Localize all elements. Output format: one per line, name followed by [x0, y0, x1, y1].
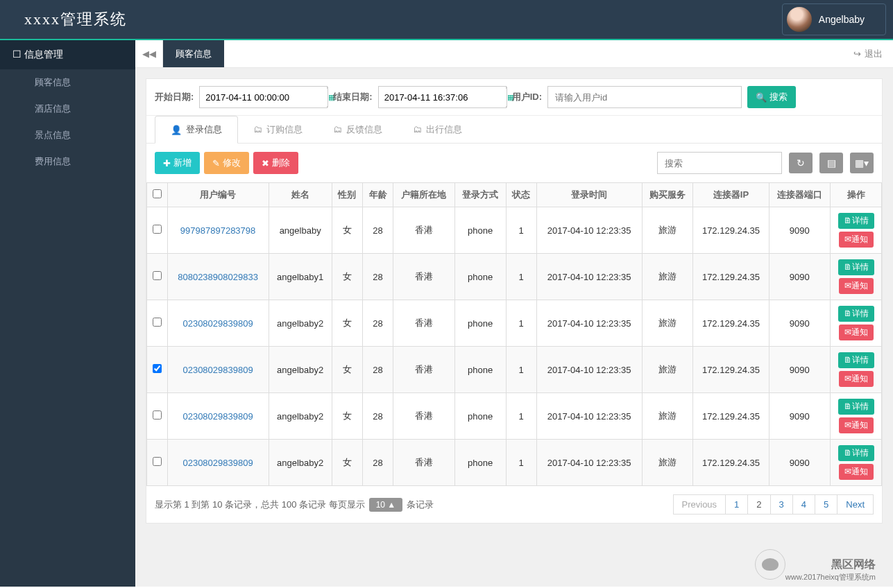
notify-button[interactable]: ✉通知: [839, 325, 874, 340]
view-icon[interactable]: ▦▾: [850, 153, 874, 173]
refresh-icon[interactable]: ↻: [789, 153, 813, 173]
pager-page[interactable]: 4: [792, 494, 815, 514]
notify-button[interactable]: ✉通知: [839, 232, 874, 248]
tab-travel-info[interactable]: 🗂 出行信息: [398, 116, 477, 143]
user-menu[interactable]: Angelbaby: [782, 3, 886, 35]
tab-login-info[interactable]: 👤 登录信息: [155, 116, 238, 144]
column-header[interactable]: 户籍所在地: [393, 183, 455, 207]
start-date-label: 开始日期:: [155, 91, 194, 103]
end-date-input[interactable]: ▦: [378, 86, 507, 108]
user-id-link[interactable]: 02308029839809: [182, 458, 253, 468]
table-row: 02308029839809 angelbaby2女28 香港phone1 20…: [147, 300, 882, 347]
sidebar-group-title[interactable]: ☐ 信息管理: [0, 40, 135, 69]
user-id-link[interactable]: 02308029839809: [182, 411, 253, 422]
table-row: 02308029839809 angelbaby2女28 香港phone1 20…: [147, 440, 882, 486]
columns-icon[interactable]: ▤: [819, 153, 843, 173]
row-checkbox[interactable]: [153, 318, 162, 327]
column-header[interactable]: 年龄: [362, 183, 393, 207]
row-checkbox[interactable]: [153, 271, 162, 280]
pager-prev[interactable]: Previous: [673, 494, 726, 514]
table-row: 8080238908029833 angelbaby1女28 香港phone1 …: [147, 254, 882, 300]
detail-button[interactable]: 🗎详情: [838, 352, 874, 368]
table-row: 997987897283798 angelbaby女28 香港phone1 20…: [147, 207, 882, 254]
sidebar-item-customer[interactable]: 顾客信息: [0, 69, 135, 96]
pager-page[interactable]: 3: [770, 494, 793, 514]
tab-order-info[interactable]: 🗂 订购信息: [238, 116, 318, 143]
column-header[interactable]: 姓名: [269, 183, 332, 207]
column-header[interactable]: 性别: [332, 183, 362, 207]
sidebar: ☐ 信息管理 顾客信息 酒店信息 景点信息 费用信息: [0, 40, 135, 587]
pager-next[interactable]: Next: [837, 494, 874, 514]
sidebar-item-hotel[interactable]: 酒店信息: [0, 96, 135, 122]
notify-button[interactable]: ✉通知: [839, 371, 874, 387]
user-id-link[interactable]: 8080238908029833: [178, 272, 258, 282]
uid-label: 用户ID:: [512, 91, 542, 103]
row-checkbox[interactable]: [153, 457, 162, 466]
pager-page[interactable]: 2: [747, 494, 770, 514]
detail-button[interactable]: 🗎详情: [838, 399, 874, 415]
sidebar-item-fee[interactable]: 费用信息: [0, 148, 135, 175]
add-button[interactable]: ✚新增: [155, 152, 200, 174]
pager-page[interactable]: 5: [815, 494, 837, 514]
select-all-checkbox[interactable]: [153, 189, 162, 198]
column-header[interactable]: 登录时间: [536, 183, 642, 207]
table-search-input[interactable]: [657, 152, 782, 174]
column-header[interactable]: 用户编号: [167, 183, 269, 207]
uid-input[interactable]: [547, 86, 742, 108]
logout-button[interactable]: ↪ 退出: [843, 40, 893, 67]
notify-button[interactable]: ✉通知: [839, 464, 874, 480]
detail-button[interactable]: 🗎详情: [838, 306, 874, 322]
notify-button[interactable]: ✉通知: [839, 278, 874, 294]
column-header[interactable]: 购买服务: [642, 183, 693, 207]
table-row: 02308029839809 angelbaby2女28 香港phone1 20…: [147, 347, 882, 393]
user-id-link[interactable]: 997987897283798: [180, 225, 255, 236]
user-id-link[interactable]: 02308029839809: [182, 365, 253, 375]
username: Angelbaby: [819, 14, 865, 25]
sidebar-item-scenic[interactable]: 景点信息: [0, 122, 135, 148]
start-date-input[interactable]: ▦: [199, 86, 328, 108]
tab-customer-info[interactable]: 顾客信息: [163, 40, 224, 67]
row-checkbox[interactable]: [153, 364, 162, 373]
user-id-link[interactable]: 02308029839809: [182, 318, 253, 329]
pager-info-suffix: 条记录: [407, 499, 434, 511]
column-header[interactable]: 连接器IP: [693, 183, 769, 207]
row-checkbox[interactable]: [153, 410, 162, 420]
detail-button[interactable]: 🗎详情: [838, 213, 874, 229]
app-logo: xxxx管理系统: [7, 9, 127, 30]
data-table: 用户编号姓名性别年龄户籍所在地登录方式状态登录时间购买服务连接器IP连接器端口操…: [146, 182, 882, 486]
collapse-sidebar-button[interactable]: ◀◀: [135, 40, 163, 67]
page-size-select[interactable]: 10 ▲: [369, 498, 403, 512]
column-header[interactable]: 登录方式: [454, 183, 506, 207]
column-header[interactable]: 状态: [506, 183, 536, 207]
table-row: 02308029839809 angelbaby2女28 香港phone1 20…: [147, 393, 882, 440]
column-header[interactable]: 连接器端口: [769, 183, 831, 207]
column-header[interactable]: 操作: [831, 183, 882, 207]
search-button[interactable]: 🔍 搜索: [747, 86, 796, 108]
end-date-label: 结束日期:: [333, 91, 372, 103]
pager-info: 显示第 1 到第 10 条记录，总共 100 条记录 每页显示: [155, 499, 365, 511]
pager-page[interactable]: 1: [725, 494, 748, 514]
detail-button[interactable]: 🗎详情: [838, 259, 874, 275]
detail-button[interactable]: 🗎详情: [838, 445, 874, 461]
notify-button[interactable]: ✉通知: [839, 417, 874, 433]
edit-button[interactable]: ✎修改: [204, 152, 249, 174]
row-checkbox[interactable]: [153, 225, 162, 234]
tab-feedback-info[interactable]: 🗂 反馈信息: [318, 116, 398, 143]
delete-button[interactable]: ✖删除: [253, 152, 298, 174]
avatar: [787, 7, 812, 32]
